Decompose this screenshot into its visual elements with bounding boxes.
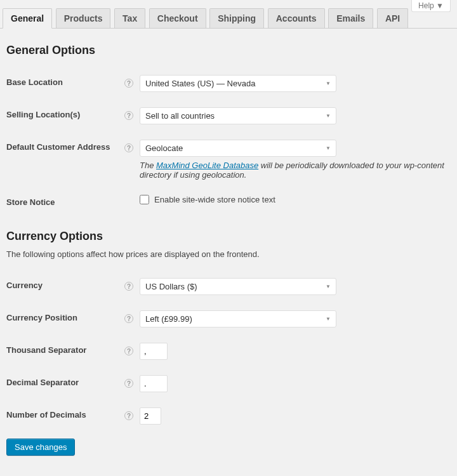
num-decimals-input[interactable] [140,407,161,425]
hint-text: The [140,161,156,170]
tab-accounts[interactable]: Accounts [268,8,325,28]
label-num-decimals: Number of Decimals [6,410,86,420]
help-icon[interactable] [124,314,133,323]
tab-api[interactable]: API [377,8,408,28]
tab-shipping[interactable]: Shipping [209,8,264,28]
currency-position-select[interactable]: Left (£99.99) ▼ [140,310,336,327]
selling-location-value: Sell to all countries [145,111,215,121]
chevron-down-icon: ▼ [326,113,331,119]
settings-tabs: General Products Tax Checkout Shipping A… [0,0,457,29]
label-store-notice: Store Notice [6,197,55,207]
decimal-separator-input[interactable] [140,375,168,392]
currency-select[interactable]: US Dollars ($) ▼ [140,278,336,295]
section-currency-desc: The following options affect how prices … [6,249,451,259]
tab-checkout[interactable]: Checkout [149,8,206,28]
help-icon[interactable] [124,347,133,355]
default-address-value: Geolocate [145,143,183,153]
default-address-hint: The MaxMind GeoLite Database will be per… [140,161,444,180]
tab-general[interactable]: General [3,8,52,29]
chevron-down-icon: ▼ [326,284,331,289]
section-currency-heading: Currency Options [6,230,451,243]
label-currency: Currency [6,281,43,290]
label-selling-location: Selling Location(s) [6,110,80,119]
help-icon[interactable] [124,282,133,291]
selling-location-select[interactable]: Sell to all countries ▼ [140,107,336,124]
help-icon[interactable] [124,79,133,88]
store-notice-checkbox[interactable] [140,195,149,204]
store-notice-checkbox-label[interactable]: Enable site-wide store notice text [140,195,275,204]
label-decimal-sep: Decimal Separator [6,378,79,387]
base-location-value: United States (US) — Nevada [145,79,255,88]
help-icon[interactable] [124,143,133,152]
help-tab[interactable]: Help ▼ [411,0,451,12]
save-button[interactable]: Save changes [6,439,75,456]
help-icon[interactable] [124,379,133,388]
section-general-heading: General Options [6,44,451,57]
label-currency-position: Currency Position [6,313,77,322]
chevron-down-icon: ▼ [326,316,331,322]
thousand-separator-input[interactable] [140,343,168,360]
label-thousand-sep: Thousand Separator [6,345,86,355]
base-location-select[interactable]: United States (US) — Nevada ▼ [140,75,336,92]
help-icon[interactable] [124,411,133,420]
tab-tax[interactable]: Tax [114,8,145,28]
chevron-down-icon: ▼ [326,81,331,86]
chevron-down-icon: ▼ [326,145,331,151]
currency-position-value: Left (£99.99) [145,314,192,324]
tab-emails[interactable]: Emails [328,8,373,28]
label-base-location: Base Location [6,77,63,87]
tab-products[interactable]: Products [56,8,111,28]
default-address-select[interactable]: Geolocate ▼ [140,140,336,157]
currency-value: US Dollars ($) [145,282,197,291]
label-default-address: Default Customer Address [6,142,110,152]
maxmind-link[interactable]: MaxMind GeoLite Database [156,161,258,170]
help-icon[interactable] [124,111,133,120]
store-notice-checkbox-text: Enable site-wide store notice text [154,195,275,204]
